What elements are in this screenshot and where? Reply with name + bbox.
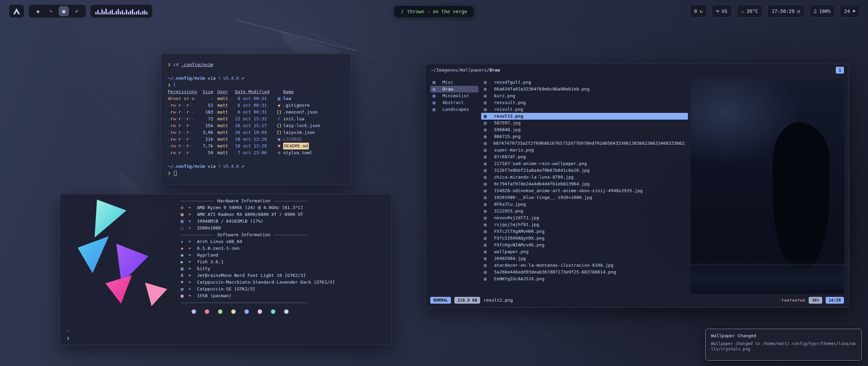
file-row[interactable]: ▦nnvuv0xj2df71.jpg <box>481 215 688 221</box>
file-row[interactable]: ▦rsjqojlmjhf91.jpg <box>481 221 688 228</box>
module-updates[interactable]: 0↻ <box>690 5 707 18</box>
image-file-icon: ▦ <box>484 79 491 86</box>
sidebar-item-landscapes[interactable]: ▤Landscapes <box>430 106 478 113</box>
workspace-button-4[interactable]: ✐ <box>72 6 82 16</box>
sidebar-item-abstract[interactable]: ▤Abstract <box>430 99 478 106</box>
perm-char: r <box>186 96 189 101</box>
file-size: - <box>197 95 213 102</box>
file-row[interactable]: ▦154928-odinokoe_anime-art-anime-okno-si… <box>481 187 688 194</box>
arrow-icon: ➜ <box>188 245 197 252</box>
tab-indicator[interactable]: 1 <box>836 67 844 74</box>
color-dot <box>231 309 236 314</box>
file-user: matt <box>217 122 232 129</box>
perm-char: x <box>184 96 186 101</box>
file-permissions: -rwxrwxrwx <box>779 297 805 304</box>
file-size: 3,0k <box>197 129 213 136</box>
file-row[interactable]: ▦result2.png <box>481 113 688 120</box>
sidebar-item-draw[interactable]: ▤Draw <box>430 86 478 93</box>
file-row[interactable]: ▦08a634fa02a32364f69ebc86a98eb1eb.png <box>481 86 688 93</box>
media-player-widget[interactable]: ♪ thrown - on the verge <box>394 5 474 18</box>
image-file-icon: ▦ <box>484 208 491 215</box>
sidebar-item-label: Landscapes <box>442 106 469 113</box>
workspace-button-1[interactable]: ◉ <box>33 6 43 16</box>
file-row[interactable]: ▦8FKa7Cu.jpeg <box>481 201 688 208</box>
file-size: 7,7k <box>197 143 213 149</box>
file-row[interactable]: ▦FXfcJlTXgAMvH6R.png <box>481 228 688 235</box>
arrow-icon: ➜ <box>188 272 197 279</box>
ls-header-row: Permissions Size User Date Modified Name <box>168 88 344 95</box>
packages-value: 1558 (pacman) <box>197 292 232 299</box>
viz-bar <box>138 10 139 15</box>
file-row[interactable]: ▦resssult.png <box>481 99 688 106</box>
sidebar-item-minimalist[interactable]: ▤Minimalist <box>430 93 478 99</box>
font-icon: A <box>181 272 188 279</box>
file-permissions: .rw-r--r-- <box>168 109 197 116</box>
perm-char: - <box>184 143 186 148</box>
file-row[interactable]: ▦3122955.png <box>481 208 688 215</box>
file-row-name: resssult.png <box>494 99 526 106</box>
perm-char: - <box>181 103 184 108</box>
file-row[interactable]: ▦596848.jpg <box>481 126 688 133</box>
file-row[interactable]: ▦ressdfgult.png <box>481 79 688 86</box>
top-bar-right: 0↻⌨US♨26°C17:50:29◷♫100%24⚑ <box>690 5 860 18</box>
column-header-label: User <box>217 89 228 94</box>
arrow-icon: ➜ <box>188 238 197 245</box>
file-row[interactable]: ▦EeNKYgIUcAAJ5JX.png <box>481 276 688 282</box>
module-clock[interactable]: 17:50:29◷ <box>767 5 805 18</box>
file-row[interactable]: ▦587597.jpg <box>481 120 688 126</box>
file-row[interactable]: ▦19201080-__blue-tinge__-1920×1080.jpg <box>481 194 688 201</box>
file-row[interactable]: ▦wallpaper.png <box>481 248 688 255</box>
perm-char: - <box>184 109 186 115</box>
prompt-context-line: ~/.config/nvimvia☾v5.4.6✔ <box>168 75 344 82</box>
file-row[interactable]: ▦super-mario.png <box>481 147 688 154</box>
workspace-button-2[interactable]: ✎ <box>46 6 56 16</box>
file-row[interactable]: ▦20492984.jpg <box>481 255 688 262</box>
module-volume[interactable]: ♫100% <box>809 5 835 18</box>
workspace-button-3[interactable]: ▣ <box>59 6 69 16</box>
file-row[interactable]: ▦chica-mirando-la-luna-8799.jpg <box>481 174 688 181</box>
divider-line <box>274 235 307 235</box>
file-row[interactable]: ▦3126f7e9bbf21a8a4af0b67b041c6e26.jpg <box>481 167 688 174</box>
file-row[interactable]: ▦re1sult.png <box>481 106 688 113</box>
file-row[interactable]: ▦866715.png <box>481 133 688 140</box>
perm-char: r <box>178 150 181 155</box>
file-row[interactable]: ▦atardecer-en-la-montanas-ilustracion-63… <box>481 262 688 269</box>
file-row[interactable]: ▦5a266e448add93deab367d87173e9f25-683788… <box>481 269 688 276</box>
perm-char: . <box>168 109 171 115</box>
color-dot <box>192 309 196 314</box>
audio-visualizer-widget[interactable] <box>90 4 153 18</box>
perm-char: r <box>178 137 181 142</box>
perm-char: r <box>178 103 181 108</box>
notification-popup[interactable]: Wallpaper Changed Wallpaper changed to /… <box>705 329 862 361</box>
sidebar-item-misc[interactable]: ▤Misc <box>430 79 478 86</box>
launcher-button[interactable] <box>9 4 24 18</box>
terminal-window[interactable]: ❯cd.config/nvim ~/.config/nvimvia☾v5.4.6… <box>161 54 351 185</box>
fetch-window[interactable]: Hardware Information ⚙➜AMD Ryzen 9 5900X… <box>60 194 392 345</box>
viz-bar <box>130 11 131 15</box>
software-section-title: Software Information <box>181 231 307 238</box>
module-notifications[interactable]: 24⚑ <box>840 5 860 18</box>
file-name: lazyvim.json <box>283 129 344 136</box>
module-keyboard-layout[interactable]: ⌨US <box>712 5 732 18</box>
file-row[interactable]: ▦217167-sad-anime-rain-wallpaper.png <box>481 160 688 167</box>
file-manager-window[interactable]: ~/Imagenes/Wallpapers/Draw 1 ▤Misc▤Draw▤… <box>425 64 849 308</box>
perm-char: . <box>168 123 171 128</box>
file-row[interactable]: ▦FXfcHgcWIAMzs0G.png <box>481 242 688 248</box>
perm-char: r <box>178 116 181 121</box>
notifications-icon: ⚑ <box>853 8 855 14</box>
file-row[interactable]: ▦kurz.png <box>481 93 688 99</box>
image-file-icon: ▦ <box>484 276 491 282</box>
file-row-name: 596848.jpg <box>494 126 520 133</box>
image-file-icon: ▦ <box>484 201 491 208</box>
file-row-name: 587597.jpg <box>494 120 520 126</box>
module-temperature[interactable]: ♨26°C <box>737 5 763 18</box>
prompt-char: ❯ <box>168 82 171 88</box>
file-row[interactable]: ▦0c794faf07de24a4db4d4fb1eb813964.jpg <box>481 181 688 187</box>
perm-char: r <box>178 143 181 148</box>
file-row[interactable]: ▦87r687df.png <box>481 154 688 160</box>
file-row[interactable]: ▦68747470733a2f2f696d616765732d7769786d7… <box>481 140 688 147</box>
terminal-icon: ▥ <box>181 265 188 272</box>
file-permissions: .rw-r--r-- <box>168 143 197 149</box>
file-row[interactable]: ▦FXfcII0X0AQyn9X.png <box>481 235 688 242</box>
position-badge: 14/38 <box>826 297 844 304</box>
